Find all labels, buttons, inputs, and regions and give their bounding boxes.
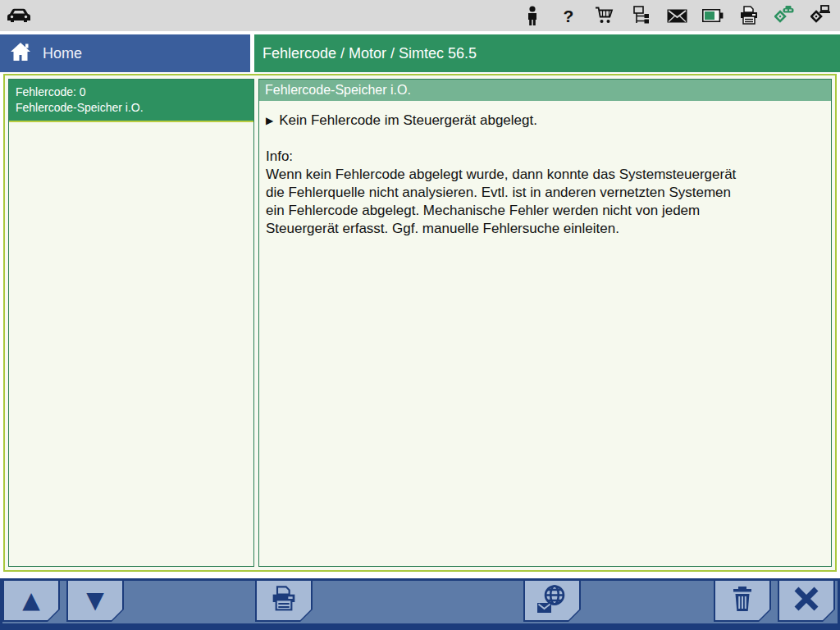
scroll-up-button[interactable]: ▲ (2, 581, 60, 622)
button-frame: ▼ (66, 581, 124, 622)
help-glyph: ? (564, 7, 574, 25)
fault-code-status: Fehlercode-Speicher i.O. (16, 100, 247, 116)
close-button[interactable] (778, 581, 835, 622)
fault-code-list-item[interactable]: Fehlercode: 0 Fehlercode-Speicher i.O. (9, 80, 253, 122)
fault-code-count: Fehlercode: 0 (16, 84, 247, 100)
fault-code-detail-panel: Fehlercode-Speicher i.O. ▶ Kein Fehlerco… (258, 79, 832, 567)
button-frame (523, 581, 581, 622)
button-face (779, 581, 833, 620)
info-heading: Info: (266, 148, 824, 166)
help-icon[interactable]: ? (558, 5, 579, 26)
vehicle-icon[interactable] (7, 7, 31, 24)
battery-icon[interactable] (702, 5, 724, 26)
scroll-down-button[interactable]: ▼ (66, 581, 124, 622)
info-line: Steuergerät erfasst. Ggf. manuelle Fehle… (266, 220, 824, 238)
button-frame (778, 581, 835, 622)
home-icon (10, 42, 31, 65)
network-icon[interactable] (630, 5, 651, 26)
button-face: ▲ (4, 581, 58, 620)
button-face (257, 581, 311, 620)
trash-icon (731, 587, 754, 615)
print-icon[interactable] (738, 5, 760, 26)
arrow-up-icon: ▲ (22, 589, 40, 612)
home-button[interactable]: Home (0, 34, 250, 72)
status-icon-row: ? (522, 0, 832, 31)
result-arrow-icon: ▶ (266, 112, 273, 130)
button-frame: ▲ (2, 581, 60, 622)
breadcrumb: Fehlercode / Motor / Simtec 56.5 (254, 34, 840, 72)
printer-icon (271, 586, 297, 615)
globe-mail-icon (536, 584, 568, 618)
button-frame (714, 581, 771, 622)
result-line: ▶ Kein Fehlercode im Steuergerät abgeleg… (266, 112, 824, 130)
car-diagnostic-icon[interactable] (774, 5, 796, 26)
breadcrumb-label: Fehlercode / Motor / Simtec 56.5 (262, 45, 477, 62)
bottom-toolbar: ▲ ▼ (0, 578, 840, 630)
status-bar: ? (0, 0, 840, 31)
close-x-icon (792, 585, 820, 616)
fault-code-list-panel: Fehlercode: 0 Fehlercode-Speicher i.O. (8, 79, 254, 567)
arrow-down-icon: ▼ (86, 589, 104, 612)
button-face (525, 581, 579, 620)
detail-panel-body: ▶ Kein Fehlercode im Steuergerät abgeleg… (259, 101, 831, 249)
pc-diagnostic-icon[interactable] (810, 5, 832, 26)
user-icon[interactable] (522, 5, 543, 26)
delete-button[interactable] (714, 581, 771, 622)
info-line: Wenn kein Fehlercode abgelegt wurde, dan… (266, 166, 824, 184)
home-label: Home (43, 45, 82, 62)
send-report-button[interactable] (523, 581, 581, 622)
result-text: Kein Fehlercode im Steuergerät abgelegt. (279, 112, 537, 130)
info-line: ein Fehlercode abgelegt. Mechanische Feh… (266, 202, 824, 220)
button-face (715, 581, 769, 620)
detail-panel-title: Fehlercode-Speicher i.O. (259, 80, 831, 101)
button-frame (255, 581, 313, 622)
mail-icon[interactable] (666, 5, 687, 26)
info-line: die Fehlerquelle nicht analysieren. Evtl… (266, 184, 824, 202)
button-face: ▼ (68, 581, 122, 620)
print-button[interactable] (255, 581, 313, 622)
cart-icon[interactable] (594, 5, 615, 26)
